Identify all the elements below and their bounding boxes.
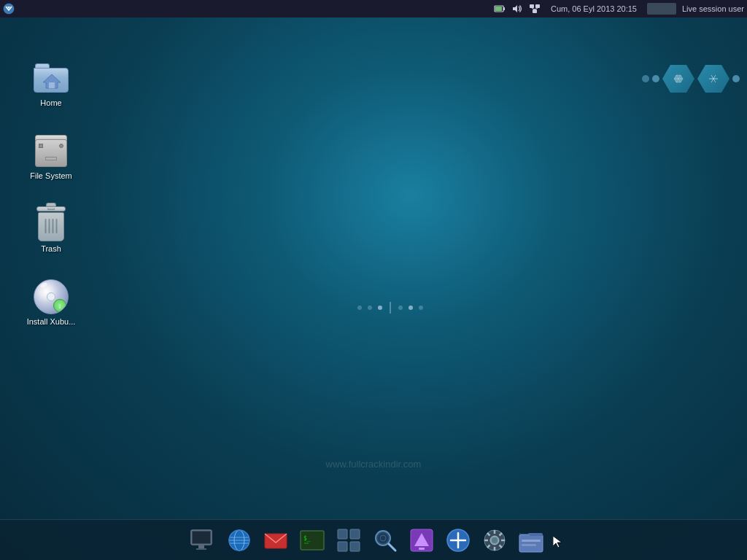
watermark-text: www.fullcrackindir.com <box>326 459 422 470</box>
svg-rect-56 <box>519 534 543 552</box>
dot-1 <box>357 306 362 310</box>
taskbar-icon-software[interactable] <box>441 523 476 558</box>
svg-rect-3 <box>495 7 502 11</box>
dot-separator <box>390 302 391 314</box>
svg-rect-31 <box>338 529 347 539</box>
svg-marker-4 <box>513 5 517 12</box>
taskbar-icon-settings[interactable] <box>477 523 512 558</box>
dot-6 <box>419 306 423 310</box>
xfce-logo-icon[interactable] <box>3 3 15 15</box>
svg-line-8 <box>532 8 535 9</box>
install-cd-icon: ↓ <box>34 279 69 314</box>
trash-icon <box>34 206 69 241</box>
svg-rect-20 <box>198 545 204 548</box>
dot-2 <box>368 306 372 310</box>
desktop-icon-filesystem[interactable]: File System <box>22 131 80 184</box>
dot-3 <box>378 306 382 310</box>
svg-rect-41 <box>419 548 425 550</box>
svg-rect-5 <box>530 4 534 8</box>
dot-4 <box>398 306 403 310</box>
hex-dot-2 <box>652 75 659 82</box>
svg-line-9 <box>535 8 538 9</box>
svg-line-37 <box>389 544 395 551</box>
svg-rect-19 <box>193 532 210 543</box>
svg-rect-7 <box>533 9 537 13</box>
filesystem-icon-label: File System <box>30 171 71 181</box>
network-icon[interactable] <box>529 3 541 15</box>
svg-rect-58 <box>522 544 536 546</box>
taskbar-icon-filemanager[interactable] <box>514 523 549 558</box>
svg-marker-59 <box>553 536 562 548</box>
svg-rect-57 <box>522 540 541 542</box>
svg-rect-17 <box>49 82 55 88</box>
hex-dot-3 <box>732 75 740 82</box>
hex-dot-1 <box>642 75 649 82</box>
dot-5 <box>409 306 413 310</box>
panel-widget <box>647 3 676 15</box>
svg-rect-34 <box>350 542 360 551</box>
battery-icon <box>494 3 506 15</box>
taskbar-icon-screenshot[interactable] <box>185 523 220 558</box>
panel-right: Cum, 06 Eyl 2013 20:15 Live session user <box>494 3 744 15</box>
session-user-label: Live session user <box>682 4 744 13</box>
datetime-display: Cum, 06 Eyl 2013 20:15 <box>546 4 641 13</box>
filesystem-icon <box>34 133 69 168</box>
desktop-icon-home[interactable]: Home <box>22 58 80 111</box>
taskbar-icon-terminal[interactable]: $_ <box>295 523 330 558</box>
install-icon-label: Install Xubu... <box>27 317 76 327</box>
taskbar-icon-browser[interactable] <box>222 523 257 558</box>
home-folder-icon <box>34 61 69 96</box>
svg-point-55 <box>492 537 498 543</box>
hex-shape-1 <box>662 65 694 93</box>
mouse-cursor <box>553 536 562 545</box>
svg-rect-2 <box>503 7 505 10</box>
svg-rect-33 <box>338 542 347 551</box>
panel-left <box>3 3 15 15</box>
desktop-icon-trash[interactable]: Trash <box>22 203 80 257</box>
volume-icon[interactable] <box>511 3 523 15</box>
svg-rect-6 <box>535 4 540 8</box>
taskbar-icon-mail[interactable] <box>258 523 293 558</box>
desktop-icon-install[interactable]: ↓ Install Xubu... <box>22 276 80 330</box>
top-panel: Cum, 06 Eyl 2013 20:15 Live session user <box>0 0 747 18</box>
taskbar: $_ <box>0 519 747 560</box>
svg-rect-32 <box>350 529 360 539</box>
svg-text:$_: $_ <box>303 535 311 542</box>
hex-shape-2 <box>697 65 729 93</box>
desktop: Home File System <box>0 18 747 519</box>
svg-rect-21 <box>196 548 206 550</box>
trash-icon-label: Trash <box>41 244 61 254</box>
home-icon-label: Home <box>40 98 61 108</box>
taskbar-icon-magnifier[interactable] <box>368 523 403 558</box>
hex-decorations <box>642 65 740 93</box>
taskbar-icon-installer[interactable] <box>404 523 439 558</box>
taskbar-icon-workspaces[interactable] <box>331 523 366 558</box>
svg-point-36 <box>378 533 388 543</box>
loading-indicator <box>357 302 423 314</box>
